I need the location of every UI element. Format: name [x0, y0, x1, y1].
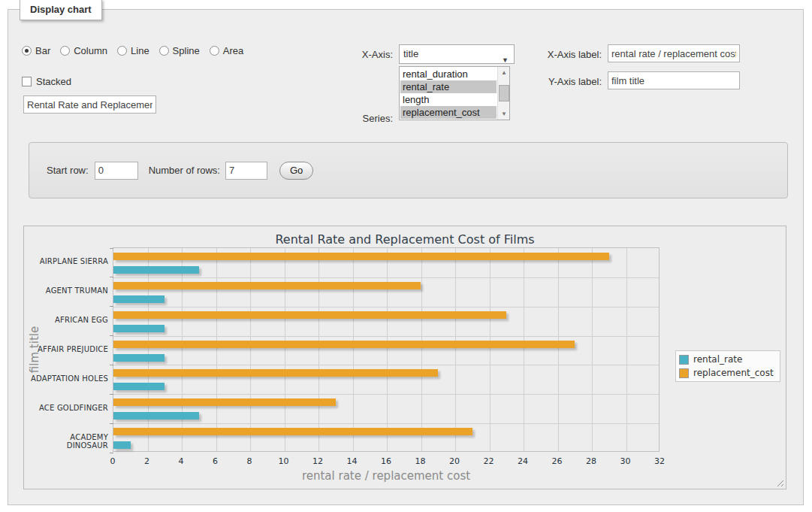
- x-axis-select-label: X-Axis:: [324, 49, 393, 60]
- series-option-list: rental_durationrental_ratelengthreplacem…: [400, 68, 497, 119]
- go-button[interactable]: Go: [279, 162, 313, 180]
- vertical-gridline: [490, 248, 491, 451]
- x-axis-tick-label: 0: [101, 456, 124, 466]
- y-axis-tick-mark: [110, 248, 113, 249]
- series-option-length[interactable]: length: [400, 93, 497, 106]
- chart-x-axis-label: rental rate / replacement cost: [113, 469, 660, 483]
- category-label: AFFAIR PREJUDICE: [29, 345, 108, 353]
- bar-rental_rate: [113, 266, 199, 274]
- vertical-gridline: [148, 248, 149, 451]
- radio-label: Spline: [173, 45, 200, 56]
- series-multiselect[interactable]: rental_durationrental_ratelengthreplacem…: [399, 66, 510, 120]
- bar-rental_rate: [113, 412, 199, 420]
- vertical-gridline: [592, 248, 593, 451]
- horizontal-gridline: [113, 423, 659, 424]
- x-axis-tick-label: 4: [170, 456, 192, 466]
- y-axis-tick-mark: [110, 453, 113, 453]
- bar-rental_rate: [113, 354, 165, 362]
- chart-type-radio-line[interactable]: Line: [117, 45, 149, 56]
- chart-legend: rental_ratereplacement_cost: [675, 350, 780, 382]
- start-row-input[interactable]: [95, 162, 138, 180]
- row-range-panel: Start row: Number of rows: Go: [29, 142, 788, 198]
- chart-plot-area: [113, 247, 660, 452]
- vertical-gridline: [455, 248, 456, 451]
- x-axis-tick-label: 16: [375, 456, 397, 466]
- x-axis-label-input[interactable]: [608, 44, 740, 62]
- radio-label: Bar: [35, 45, 50, 56]
- legend-label: replacement_cost: [693, 368, 774, 378]
- legend-swatch-icon: [679, 368, 689, 378]
- legend-swatch-icon: [679, 355, 689, 365]
- vertical-gridline: [353, 248, 354, 451]
- radio-icon[interactable]: [60, 46, 70, 56]
- bar-rental_rate: [113, 295, 165, 303]
- x-axis-tick-label: 24: [512, 456, 534, 466]
- vertical-gridline: [558, 248, 559, 451]
- horizontal-gridline: [113, 365, 659, 365]
- radio-icon[interactable]: [22, 46, 32, 56]
- series-option-rental_rate[interactable]: rental_rate: [400, 80, 497, 93]
- horizontal-gridline: [113, 277, 659, 278]
- number-of-rows-input[interactable]: [225, 162, 267, 180]
- legend-item-rental_rate: rental_rate: [679, 354, 774, 365]
- chart-title-input[interactable]: [23, 95, 156, 114]
- radio-label: Column: [74, 45, 107, 56]
- series-option-replacement_cost[interactable]: replacement_cost: [400, 106, 497, 119]
- radio-icon[interactable]: [159, 46, 169, 56]
- number-of-rows-label: Number of rows:: [149, 165, 220, 176]
- bar-replacement_cost: [113, 341, 575, 348]
- x-axis-selected-value: title: [403, 48, 418, 59]
- fieldset-legend: Display chart: [20, 0, 102, 20]
- x-axis-tick-label: 6: [204, 456, 227, 466]
- x-axis-tick-label: 2: [136, 456, 158, 466]
- vertical-gridline: [421, 248, 422, 451]
- chart-type-radio-spline[interactable]: Spline: [159, 45, 200, 56]
- category-label: ACADEMY DINOSAUR: [29, 433, 108, 450]
- chart-type-radio-area[interactable]: Area: [210, 45, 243, 56]
- series-select-label: Series:: [324, 113, 393, 124]
- x-axis-tick-label: 32: [648, 456, 671, 466]
- category-label: AFRICAN EGG: [29, 316, 108, 324]
- radio-icon[interactable]: [117, 46, 127, 56]
- y-axis-tick-mark: [110, 423, 113, 424]
- horizontal-gridline: [113, 307, 659, 308]
- vertical-gridline: [626, 248, 627, 451]
- y-axis-label-caption: Y-Axis label:: [489, 76, 602, 87]
- x-axis-tick-label: 10: [273, 456, 295, 466]
- bar-rental_rate: [113, 325, 165, 332]
- vertical-gridline: [182, 248, 183, 451]
- resize-handle-icon[interactable]: [775, 478, 783, 486]
- series-scrollbar[interactable]: ▲ ▼: [497, 67, 509, 120]
- chart-container: Rental Rate and Replacement Cost of Film…: [23, 226, 786, 489]
- y-axis-tick-mark: [110, 365, 113, 365]
- bar-rental_rate: [113, 383, 165, 390]
- y-axis-tick-mark: [110, 277, 113, 277]
- chart-type-radio-bar[interactable]: Bar: [22, 45, 50, 56]
- series-option-rental_duration[interactable]: rental_duration: [400, 68, 497, 80]
- vertical-gridline: [387, 248, 388, 451]
- stacked-checkbox-row: Stacked: [22, 76, 71, 87]
- stacked-label: Stacked: [36, 76, 71, 87]
- legend-label: rental_rate: [693, 354, 742, 365]
- stacked-checkbox[interactable]: [22, 77, 32, 86]
- scroll-down-icon[interactable]: ▼: [498, 108, 510, 120]
- chart-type-radio-column[interactable]: Column: [60, 45, 107, 56]
- y-axis-label-input[interactable]: [608, 71, 740, 89]
- x-axis-tick-label: 18: [409, 456, 432, 466]
- x-axis-tick-label: 20: [443, 456, 466, 466]
- display-chart-fieldset: Display chart BarColumnLineSplineArea St…: [8, 9, 804, 505]
- x-axis-tick-label: 22: [478, 456, 500, 466]
- bar-replacement_cost: [113, 311, 506, 319]
- vertical-gridline: [318, 248, 319, 451]
- bar-replacement_cost: [113, 398, 336, 406]
- scrollbar-thumb[interactable]: [499, 85, 509, 101]
- legend-item-replacement_cost: replacement_cost: [679, 368, 774, 378]
- radio-label: Line: [131, 45, 149, 56]
- horizontal-gridline: [113, 336, 659, 337]
- category-label: AGENT TRUMAN: [29, 286, 108, 295]
- bar-replacement_cost: [113, 282, 421, 289]
- radio-icon[interactable]: [210, 46, 219, 56]
- category-label: ACE GOLDFINGER: [29, 404, 108, 412]
- x-axis-tick-label: 12: [306, 456, 329, 466]
- x-axis-tick-label: 26: [546, 456, 569, 466]
